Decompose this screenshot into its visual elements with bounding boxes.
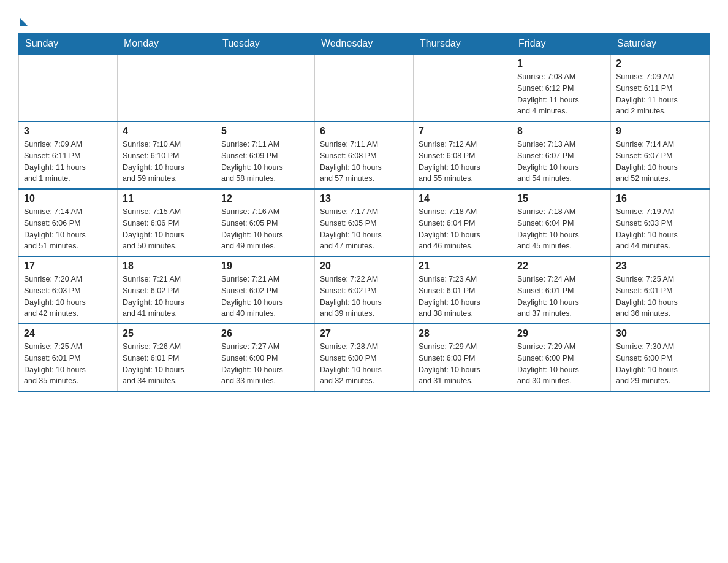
day-number: 13 [320,193,408,204]
calendar-day-cell [19,55,118,122]
day-number: 25 [123,328,211,339]
calendar-day-cell: 9Sunrise: 7:14 AM Sunset: 6:07 PM Daylig… [611,121,710,189]
day-detail: Sunrise: 7:11 AM Sunset: 6:08 PM Dayligh… [320,139,408,185]
day-number: 11 [123,193,211,204]
day-detail: Sunrise: 7:14 AM Sunset: 6:06 PM Dayligh… [24,206,112,252]
day-detail: Sunrise: 7:18 AM Sunset: 6:04 PM Dayligh… [517,206,605,252]
calendar-day-cell: 23Sunrise: 7:25 AM Sunset: 6:01 PM Dayli… [611,256,710,324]
calendar-week-row: 24Sunrise: 7:25 AM Sunset: 6:01 PM Dayli… [19,324,710,391]
page-header [18,12,710,26]
day-number: 19 [221,261,309,272]
calendar-day-cell [414,55,512,122]
calendar-day-cell: 25Sunrise: 7:26 AM Sunset: 6:01 PM Dayli… [118,324,216,391]
calendar-day-cell: 24Sunrise: 7:25 AM Sunset: 6:01 PM Dayli… [19,324,118,391]
day-number: 4 [123,126,211,137]
day-number: 12 [221,193,309,204]
day-detail: Sunrise: 7:19 AM Sunset: 6:03 PM Dayligh… [616,206,704,252]
calendar-day-cell: 10Sunrise: 7:14 AM Sunset: 6:06 PM Dayli… [19,189,118,256]
day-detail: Sunrise: 7:09 AM Sunset: 6:11 PM Dayligh… [616,71,704,117]
day-detail: Sunrise: 7:29 AM Sunset: 6:00 PM Dayligh… [517,341,605,387]
calendar-week-row: 1Sunrise: 7:08 AM Sunset: 6:12 PM Daylig… [19,55,710,122]
day-number: 9 [616,126,704,137]
calendar-day-cell: 19Sunrise: 7:21 AM Sunset: 6:02 PM Dayli… [216,256,315,324]
day-number: 24 [24,328,112,339]
day-number: 29 [517,328,605,339]
calendar-day-cell: 18Sunrise: 7:21 AM Sunset: 6:02 PM Dayli… [118,256,216,324]
day-detail: Sunrise: 7:15 AM Sunset: 6:06 PM Dayligh… [123,206,211,252]
calendar-header-row: SundayMondayTuesdayWednesdayThursdayFrid… [19,33,710,55]
day-detail: Sunrise: 7:27 AM Sunset: 6:00 PM Dayligh… [221,341,309,387]
weekday-header-wednesday: Wednesday [315,33,414,55]
day-number: 10 [24,193,112,204]
calendar-day-cell: 28Sunrise: 7:29 AM Sunset: 6:00 PM Dayli… [414,324,512,391]
calendar-day-cell: 22Sunrise: 7:24 AM Sunset: 6:01 PM Dayli… [512,256,611,324]
calendar-day-cell: 14Sunrise: 7:18 AM Sunset: 6:04 PM Dayli… [414,189,512,256]
calendar-day-cell: 3Sunrise: 7:09 AM Sunset: 6:11 PM Daylig… [19,121,118,189]
calendar-day-cell [315,55,414,122]
day-number: 6 [320,126,408,137]
calendar-week-row: 10Sunrise: 7:14 AM Sunset: 6:06 PM Dayli… [19,189,710,256]
calendar-day-cell: 13Sunrise: 7:17 AM Sunset: 6:05 PM Dayli… [315,189,414,256]
logo [18,12,28,26]
day-number: 18 [123,261,211,272]
calendar-day-cell: 7Sunrise: 7:12 AM Sunset: 6:08 PM Daylig… [414,121,512,189]
day-detail: Sunrise: 7:08 AM Sunset: 6:12 PM Dayligh… [517,71,605,117]
day-number: 30 [616,328,704,339]
calendar-week-row: 3Sunrise: 7:09 AM Sunset: 6:11 PM Daylig… [19,121,710,189]
calendar-day-cell: 15Sunrise: 7:18 AM Sunset: 6:04 PM Dayli… [512,189,611,256]
day-number: 20 [320,261,408,272]
day-number: 17 [24,261,112,272]
day-detail: Sunrise: 7:21 AM Sunset: 6:02 PM Dayligh… [221,274,309,320]
calendar-day-cell: 21Sunrise: 7:23 AM Sunset: 6:01 PM Dayli… [414,256,512,324]
calendar-day-cell: 12Sunrise: 7:16 AM Sunset: 6:05 PM Dayli… [216,189,315,256]
calendar-week-row: 17Sunrise: 7:20 AM Sunset: 6:03 PM Dayli… [19,256,710,324]
calendar-day-cell: 17Sunrise: 7:20 AM Sunset: 6:03 PM Dayli… [19,256,118,324]
calendar-day-cell: 1Sunrise: 7:08 AM Sunset: 6:12 PM Daylig… [512,55,611,122]
logo-arrow-icon [20,18,28,26]
day-detail: Sunrise: 7:23 AM Sunset: 6:01 PM Dayligh… [419,274,507,320]
calendar-table: SundayMondayTuesdayWednesdayThursdayFrid… [18,33,710,392]
calendar-day-cell: 30Sunrise: 7:30 AM Sunset: 6:00 PM Dayli… [611,324,710,391]
day-detail: Sunrise: 7:09 AM Sunset: 6:11 PM Dayligh… [24,139,112,185]
day-detail: Sunrise: 7:11 AM Sunset: 6:09 PM Dayligh… [221,139,309,185]
day-detail: Sunrise: 7:13 AM Sunset: 6:07 PM Dayligh… [517,139,605,185]
calendar-day-cell [216,55,315,122]
calendar-day-cell: 20Sunrise: 7:22 AM Sunset: 6:02 PM Dayli… [315,256,414,324]
day-number: 23 [616,261,704,272]
day-number: 3 [24,126,112,137]
day-detail: Sunrise: 7:25 AM Sunset: 6:01 PM Dayligh… [616,274,704,320]
day-detail: Sunrise: 7:26 AM Sunset: 6:01 PM Dayligh… [123,341,211,387]
day-number: 28 [419,328,507,339]
calendar-day-cell: 4Sunrise: 7:10 AM Sunset: 6:10 PM Daylig… [118,121,216,189]
day-number: 8 [517,126,605,137]
day-detail: Sunrise: 7:21 AM Sunset: 6:02 PM Dayligh… [123,274,211,320]
day-detail: Sunrise: 7:12 AM Sunset: 6:08 PM Dayligh… [419,139,507,185]
weekday-header-monday: Monday [118,33,216,55]
day-number: 27 [320,328,408,339]
calendar-day-cell [118,55,216,122]
day-detail: Sunrise: 7:30 AM Sunset: 6:00 PM Dayligh… [616,341,704,387]
day-detail: Sunrise: 7:28 AM Sunset: 6:00 PM Dayligh… [320,341,408,387]
day-detail: Sunrise: 7:18 AM Sunset: 6:04 PM Dayligh… [419,206,507,252]
day-number: 14 [419,193,507,204]
calendar-day-cell: 6Sunrise: 7:11 AM Sunset: 6:08 PM Daylig… [315,121,414,189]
calendar-day-cell: 11Sunrise: 7:15 AM Sunset: 6:06 PM Dayli… [118,189,216,256]
day-number: 1 [517,58,605,69]
weekday-header-sunday: Sunday [19,33,118,55]
weekday-header-tuesday: Tuesday [216,33,315,55]
day-detail: Sunrise: 7:22 AM Sunset: 6:02 PM Dayligh… [320,274,408,320]
day-detail: Sunrise: 7:14 AM Sunset: 6:07 PM Dayligh… [616,139,704,185]
calendar-day-cell: 5Sunrise: 7:11 AM Sunset: 6:09 PM Daylig… [216,121,315,189]
day-detail: Sunrise: 7:29 AM Sunset: 6:00 PM Dayligh… [419,341,507,387]
weekday-header-saturday: Saturday [611,33,710,55]
day-number: 5 [221,126,309,137]
calendar-day-cell: 26Sunrise: 7:27 AM Sunset: 6:00 PM Dayli… [216,324,315,391]
calendar-day-cell: 29Sunrise: 7:29 AM Sunset: 6:00 PM Dayli… [512,324,611,391]
day-detail: Sunrise: 7:10 AM Sunset: 6:10 PM Dayligh… [123,139,211,185]
day-number: 22 [517,261,605,272]
calendar-day-cell: 16Sunrise: 7:19 AM Sunset: 6:03 PM Dayli… [611,189,710,256]
calendar-day-cell: 27Sunrise: 7:28 AM Sunset: 6:00 PM Dayli… [315,324,414,391]
day-detail: Sunrise: 7:24 AM Sunset: 6:01 PM Dayligh… [517,274,605,320]
day-number: 7 [419,126,507,137]
day-detail: Sunrise: 7:20 AM Sunset: 6:03 PM Dayligh… [24,274,112,320]
